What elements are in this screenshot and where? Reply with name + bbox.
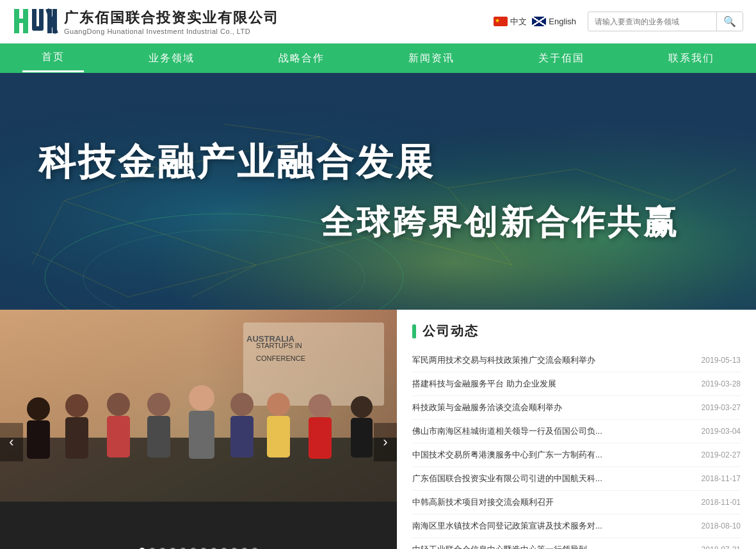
svg-rect-11 [0, 73, 756, 310]
nav-item-news[interactable]: 新闻资讯 [389, 45, 474, 72]
news-item-date: 2018-11-17 [702, 474, 741, 483]
news-item-date: 2018-08-10 [702, 521, 741, 530]
main-nav: 首页 业务领域 战略合作 新闻资讯 关于佰国 联系我们 [0, 44, 756, 73]
nav-item-home[interactable]: 首页 [22, 44, 84, 72]
search-area: 🔍 [588, 12, 743, 31]
news-header: 公司动态 [412, 322, 741, 340]
svg-point-43 [147, 393, 170, 416]
news-item-date: 2019-03-04 [702, 427, 741, 436]
carousel-next-button[interactable]: › [374, 423, 397, 461]
news-item-date: 2019-03-28 [702, 379, 741, 388]
svg-text:AUSTRALIA: AUSTRALIA [246, 334, 295, 344]
svg-rect-5 [39, 9, 44, 28]
news-item-date: 2018-07-31 [702, 545, 741, 549]
nav-item-strategy[interactable]: 战略合作 [259, 45, 344, 72]
logo-area: 广东佰国联合投资实业有限公司 GuangDong Hunational Inve… [13, 6, 494, 38]
news-list: 军民两用技术交易与科技政策推广交流会顺利举办 2019-05-13 搭建科技与金… [412, 349, 741, 549]
svg-line-25 [224, 124, 320, 137]
svg-text:CONFERENCE: CONFERENCE [256, 354, 305, 362]
news-title: 公司动态 [422, 322, 479, 340]
list-item[interactable]: 搭建科技与金融服务平台 助力企业发展 2019-03-28 [412, 372, 741, 396]
news-item-text: 佛山市南海区桂城街道相关领导一行及佰国公司负... [412, 426, 702, 437]
lang-cn-button[interactable]: 中文 [494, 16, 527, 28]
hero-banner: 科技金融产业融合发展 全球跨界创新合作共赢 [0, 73, 756, 310]
lang-cn-label: 中文 [510, 16, 527, 28]
news-item-text: 中轻工业联合会信息中心暨造中心等一行领导到... [412, 544, 702, 549]
logo-text: 广东佰国联合投资实业有限公司 GuangDong Hunational Inve… [64, 8, 279, 35]
news-item-text: 南海区里水镇技术合同登记政策宣讲及技术服务对... [412, 520, 702, 532]
logo-en-text: GuangDong Hunational Investment Industri… [64, 28, 279, 35]
svg-rect-40 [65, 417, 88, 459]
svg-rect-8 [52, 9, 57, 33]
carousel-image: STARTUPS IN CONFERENCE [0, 310, 397, 502]
news-item-text: 中国技术交易所粤港澳服务中心到广东一方制药有... [412, 449, 702, 461]
flag-cn-icon [494, 17, 508, 26]
news-section: 公司动态 军民两用技术交易与科技政策推广交流会顺利举办 2019-05-13 搭… [397, 310, 756, 549]
lang-en-label: English [549, 17, 576, 26]
language-switcher: 中文 English [494, 16, 576, 28]
news-item-date: 2019-02-27 [702, 450, 741, 459]
news-item-date: 2019-05-13 [702, 356, 741, 365]
logo-cn-text: 广东佰国联合投资实业有限公司 [64, 8, 279, 28]
list-item[interactable]: 中韩高新技术项目对接交流会顺利召开 2018-11-01 [412, 491, 741, 514]
list-item[interactable]: 中国技术交易所粤港澳服务中心到广东一方制药有... 2019-02-27 [412, 443, 741, 467]
svg-point-53 [351, 396, 373, 418]
svg-line-23 [32, 252, 128, 297]
svg-rect-54 [351, 418, 373, 458]
list-item[interactable]: 军民两用技术交易与科技政策推广交流会顺利举办 2019-05-13 [412, 349, 741, 372]
svg-rect-3 [32, 9, 36, 28]
svg-point-47 [230, 393, 253, 416]
news-item-text: 搭建科技与金融服务平台 助力企业发展 [412, 378, 702, 390]
news-item-date: 2018-11-01 [702, 498, 741, 507]
svg-rect-2 [23, 9, 28, 33]
svg-line-22 [128, 265, 256, 297]
news-item-text: 科技政策与金融服务洽谈交流会顺利举办 [412, 402, 702, 413]
svg-rect-50 [267, 416, 290, 458]
svg-point-39 [65, 394, 88, 417]
carousel-section: STARTUPS IN CONFERENCE [0, 310, 397, 549]
lang-en-button[interactable]: English [532, 17, 576, 26]
carousel-prev-button[interactable]: ‹ [0, 423, 23, 461]
svg-point-51 [309, 394, 332, 417]
svg-rect-44 [147, 416, 170, 458]
svg-rect-46 [189, 411, 214, 459]
nav-item-about[interactable]: 关于佰国 [519, 45, 604, 72]
news-header-bar [412, 324, 416, 338]
news-item-text: 军民两用技术交易与科技政策推广交流会顺利举办 [412, 354, 702, 366]
svg-point-45 [189, 385, 214, 411]
hero-line1: 科技金融产业融合发展 [38, 138, 718, 187]
svg-rect-10 [0, 73, 756, 310]
svg-point-37 [27, 397, 50, 420]
list-item[interactable]: 广东佰国联合投资实业有限公司引进的中国航天科... 2018-11-17 [412, 467, 741, 491]
svg-point-41 [107, 393, 130, 416]
svg-rect-9 [0, 73, 756, 310]
search-icon: 🔍 [723, 16, 736, 27]
list-item[interactable]: 中轻工业联合会信息中心暨造中心等一行领导到... 2018-07-31 [412, 538, 741, 549]
svg-rect-48 [230, 416, 253, 458]
svg-point-49 [267, 393, 290, 416]
nav-item-business[interactable]: 业务领域 [129, 45, 214, 72]
header: 广东佰国联合投资实业有限公司 GuangDong Hunational Inve… [0, 0, 756, 44]
list-item[interactable]: 科技政策与金融服务洽谈交流会顺利举办 2019-03-27 [412, 396, 741, 420]
svg-rect-38 [27, 420, 50, 459]
list-item[interactable]: 南海区里水镇技术合同登记政策宣讲及技术服务对... 2018-08-10 [412, 514, 741, 538]
content-area: STARTUPS IN CONFERENCE [0, 310, 756, 549]
news-item-date: 2019-03-27 [702, 403, 741, 412]
svg-rect-12 [0, 73, 756, 310]
nav-item-contact[interactable]: 联系我们 [649, 45, 734, 72]
search-button[interactable]: 🔍 [716, 12, 743, 31]
search-input[interactable] [588, 14, 716, 29]
svg-rect-42 [107, 416, 130, 458]
svg-rect-52 [309, 417, 332, 459]
svg-line-17 [192, 265, 256, 297]
news-item-text: 中韩高新技术项目对接交流会顺利召开 [412, 497, 702, 508]
hero-line2: 全球跨界创新合作共赢 [38, 200, 718, 245]
carousel-img-svg: STARTUPS IN CONFERENCE [0, 310, 397, 502]
logo-icon [13, 6, 59, 38]
hero-bg-svg [0, 73, 756, 310]
list-item[interactable]: 佛山市南海区桂城街道相关领导一行及佰国公司负... 2019-03-04 [412, 420, 741, 443]
flag-en-icon [532, 17, 546, 26]
news-item-text: 广东佰国联合投资实业有限公司引进的中国航天科... [412, 473, 702, 484]
